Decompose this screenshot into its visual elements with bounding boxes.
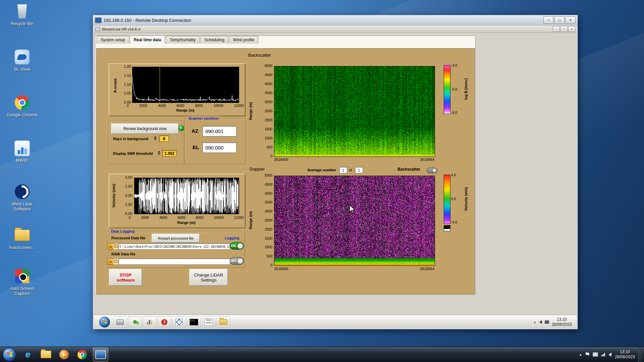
processed-logging-toggle[interactable]: ON	[230, 242, 244, 250]
remote-clock[interactable]: 13:10 28/08/2023	[552, 317, 572, 327]
bl-view-icon	[14, 49, 30, 65]
el-label: EL	[193, 144, 199, 150]
tab-real-time-data[interactable]: Real time data	[130, 36, 165, 44]
change-lidar-settings-button[interactable]: Change LiDAR Settings	[189, 269, 228, 286]
tab-scheduling[interactable]: Scheduling	[200, 36, 228, 44]
close-button[interactable]: ×	[566, 16, 576, 24]
el-field[interactable]: 090.000	[202, 142, 236, 153]
raw-browse-button[interactable]	[113, 258, 119, 265]
remote-desktop-taskbar-icon[interactable]	[93, 348, 108, 362]
start-button[interactable]	[3, 348, 16, 361]
users-icon[interactable]	[128, 316, 142, 327]
tick-label: 0.0	[451, 197, 463, 201]
minimize-button[interactable]: –	[543, 16, 553, 24]
backscatter-toggle[interactable]	[427, 168, 437, 173]
network-icon[interactable]	[545, 320, 549, 324]
app-window: StreamLine XR v14-6.vi – □ × System setu…	[94, 25, 577, 315]
desktop-icon-bl-view[interactable]: BL-View	[3, 49, 41, 72]
google-chrome-icon[interactable]	[75, 348, 90, 361]
taskbar-clock[interactable]: 13:10 28/08/2023	[615, 350, 635, 360]
tick-label: 500	[266, 254, 272, 258]
app-close-button[interactable]: ×	[568, 26, 575, 32]
tick-label: -2.50	[124, 203, 132, 206]
xr-shortcut-icon[interactable]	[172, 316, 186, 327]
raw-logging-toggle[interactable]: OFF	[230, 257, 244, 265]
tab-wind-profile[interactable]: Wind profile	[229, 36, 258, 44]
raw-data-file-path[interactable]	[118, 258, 230, 265]
rdp-titlebar[interactable]: 192.168.0.150 - Remote Desktop Connectio…	[93, 15, 578, 25]
chrome-icon	[14, 95, 30, 111]
volume-icon[interactable]	[539, 320, 542, 324]
tick-label: 2500	[265, 109, 272, 113]
tick-label: 2.50	[125, 185, 132, 188]
tab-temp-humidity[interactable]: Temp/humidity	[166, 36, 200, 44]
scanner-position-title: Scanner position	[187, 116, 219, 121]
az-field[interactable]: 090.001	[202, 126, 236, 136]
velocity-chart: Velocity (m/s) 5.002.500.00-2.50-5.00 02…	[109, 174, 246, 228]
windows-explorer-icon[interactable]	[39, 348, 53, 361]
tick-label: 0	[127, 104, 129, 108]
processed-data-file-path[interactable]: C:\Lidar\Data\Proc\2023\202308\20230828\…	[118, 243, 230, 250]
desktop-icon-wind-lidar[interactable]: Wind Lidar Software	[3, 184, 41, 212]
tick-label: 1500	[265, 237, 272, 240]
tick-label: -3.0	[451, 63, 463, 67]
scan-sched-icon[interactable]: Scan sched	[202, 316, 215, 327]
explorer-folder-icon[interactable]	[217, 316, 230, 327]
desktop-icon-mw41[interactable]: MW41	[3, 140, 41, 163]
internet-explorer-icon[interactable]: e	[20, 348, 35, 361]
action-center-flag-icon[interactable]	[586, 352, 589, 357]
show-desktop-button[interactable]	[638, 347, 643, 362]
windows-flag-icon	[103, 320, 107, 324]
tab-strip: System setup Real time data Temp/humidit…	[97, 36, 258, 44]
change-line1: Change LiDAR	[194, 273, 223, 278]
raw-drive-selector[interactable]: C	[108, 258, 113, 265]
maximize-button[interactable]: □	[554, 16, 565, 24]
desktop-icon-label: Auto Screen Capture	[3, 286, 41, 296]
app-minimize-button[interactable]: –	[553, 26, 560, 32]
desktop-icon-recycle-bin[interactable]: Recycle Bin	[3, 3, 41, 26]
desktop-icon-auto-screen-capture[interactable]: Auto Screen Capture	[3, 268, 41, 296]
desktop-icon-label: AutoScreen...	[9, 245, 36, 250]
hidden-icons-arrow[interactable]: ▲	[579, 353, 582, 356]
tab-system-setup[interactable]: System setup	[97, 36, 129, 44]
app-restore-button[interactable]: □	[560, 26, 568, 32]
tick-label: 4000	[159, 216, 167, 220]
tick-label: 12000	[234, 216, 244, 220]
printer-icon[interactable]	[113, 316, 127, 327]
hidden-icons-arrow[interactable]: ▲	[533, 320, 536, 324]
desktop-icon-autoscreen-folder[interactable]: AutoScreen...	[3, 227, 41, 250]
restart-processed-file-button[interactable]: Restart processed file	[152, 234, 200, 243]
snr-threshold-field[interactable]: 1.002	[162, 150, 176, 157]
background-led	[178, 125, 184, 131]
average-number-field[interactable]: 1	[339, 167, 347, 173]
windows-media-player-icon[interactable]	[57, 348, 71, 361]
average-total-field[interactable]: 1	[355, 167, 363, 173]
console-icon[interactable]: C:\_	[187, 316, 201, 327]
processed-browse-button[interactable]	[113, 243, 119, 250]
volume-icon[interactable]	[608, 353, 611, 357]
tick-label: 0	[270, 263, 272, 267]
backscatter-colorbar-label: log B [/m/sr]	[464, 65, 468, 113]
off-label: OFF	[230, 259, 237, 263]
renew-background-button[interactable]: Renew background now	[111, 123, 179, 134]
tick-label: 12000	[234, 104, 244, 108]
tick-label: -5.00	[124, 212, 132, 216]
snr-stepper[interactable]	[158, 151, 160, 155]
windows-taskbar: e ▲ 13:10 28/08/2023	[0, 347, 644, 362]
tick-label: 1.15	[124, 74, 131, 77]
desktop-icon-google-chrome[interactable]: Google Chrome	[3, 95, 41, 117]
app-titlebar[interactable]: StreamLine XR v14-6.vi – □ ×	[94, 25, 577, 33]
rays-in-background-field[interactable]: 8	[159, 135, 169, 142]
tick-label: 6000	[177, 216, 185, 220]
desktop-icon-label: Google Chrome	[7, 112, 38, 117]
close-icon: ×	[571, 27, 573, 31]
processed-drive-selector[interactable]: C	[108, 243, 113, 250]
rays-stepper[interactable]	[154, 136, 157, 140]
tick-label: 5000	[265, 174, 272, 177]
remote-start-button[interactable]	[99, 317, 110, 327]
session-icon[interactable]	[593, 352, 598, 357]
chart-icon[interactable]	[143, 316, 156, 327]
power-icon[interactable]	[158, 316, 171, 327]
stop-software-button[interactable]: STOP software	[109, 269, 142, 286]
network-icon[interactable]	[601, 353, 605, 356]
